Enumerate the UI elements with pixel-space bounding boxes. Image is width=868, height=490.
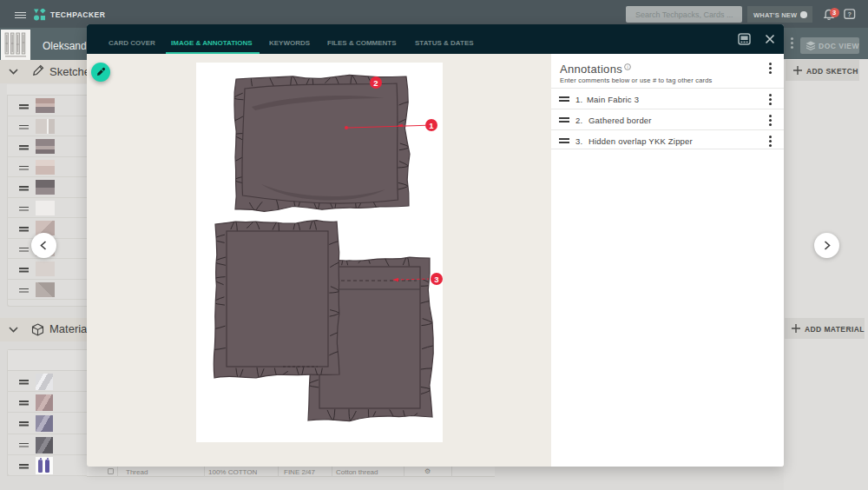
- svg-text:3: 3: [434, 275, 438, 284]
- svg-text:?: ?: [848, 10, 852, 18]
- svg-text:2: 2: [373, 78, 378, 88]
- svg-text:i: i: [627, 64, 628, 70]
- svg-text:1: 1: [429, 121, 434, 130]
